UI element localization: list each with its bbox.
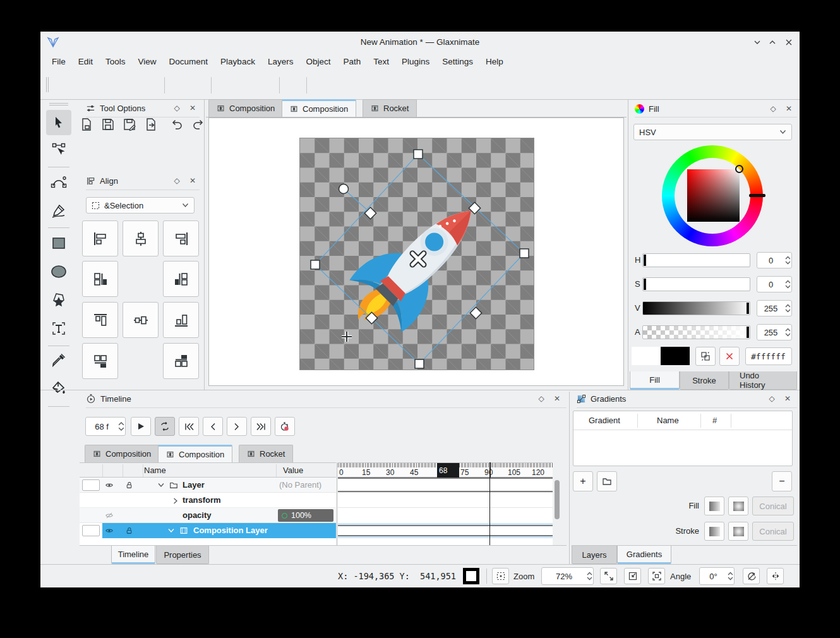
- primary-color-swatch[interactable]: [632, 347, 661, 365]
- fill-radial-gradient-button[interactable]: [728, 497, 748, 515]
- remove-gradient-button[interactable]: −: [772, 471, 792, 491]
- align-left-outside-button[interactable]: [82, 261, 118, 297]
- draw-tool[interactable]: [46, 198, 71, 224]
- menu-text[interactable]: Text: [367, 53, 395, 69]
- float-panel-icon[interactable]: ◇: [767, 103, 779, 114]
- ellipse-tool[interactable]: [46, 259, 71, 284]
- menu-path[interactable]: Path: [337, 53, 367, 69]
- column-hash[interactable]: #: [712, 416, 717, 425]
- menu-help[interactable]: Help: [479, 53, 510, 69]
- text-tool[interactable]: [46, 316, 71, 341]
- keyframe-toggle-box[interactable]: [82, 525, 100, 536]
- close-panel-icon[interactable]: ✕: [551, 393, 563, 404]
- zoom-expand-button[interactable]: [600, 568, 617, 584]
- align-top-button[interactable]: [82, 302, 118, 338]
- menu-tools[interactable]: Tools: [99, 53, 132, 69]
- float-panel-icon[interactable]: ◇: [536, 393, 547, 404]
- column-value[interactable]: Value: [283, 466, 303, 475]
- float-panel-icon[interactable]: ◇: [171, 102, 183, 114]
- s-spinbox[interactable]: 0: [757, 276, 792, 292]
- next-frame-button[interactable]: [227, 417, 247, 436]
- reset-rotation-button[interactable]: [743, 568, 760, 584]
- timeline-tab-rocket[interactable]: Rocket: [239, 445, 293, 462]
- menu-file[interactable]: File: [45, 53, 72, 69]
- close-panel-icon[interactable]: ✕: [187, 102, 198, 114]
- swap-colors-button[interactable]: [695, 347, 716, 366]
- canvas-viewport[interactable]: [208, 117, 624, 386]
- close-panel-icon[interactable]: ✕: [783, 103, 795, 114]
- close-panel-icon[interactable]: ✕: [782, 393, 793, 404]
- fill-linear-gradient-button[interactable]: [704, 497, 724, 515]
- v-spinbox[interactable]: 255: [757, 300, 792, 316]
- play-button[interactable]: [131, 417, 151, 436]
- node-edit-tool[interactable]: [46, 137, 71, 162]
- column-name[interactable]: Name: [657, 416, 679, 425]
- gradient-presets-button[interactable]: [597, 471, 617, 491]
- align-target-select[interactable]: &Selection: [86, 197, 195, 214]
- flip-view-button[interactable]: [767, 568, 784, 584]
- selection-bounds-button[interactable]: [492, 568, 509, 584]
- tab-fill[interactable]: Fill: [630, 371, 680, 390]
- v-slider[interactable]: [642, 301, 750, 315]
- previous-frame-button[interactable]: [203, 417, 223, 436]
- layer-row[interactable]: Layer (No Parent): [80, 478, 336, 493]
- stroke-radial-gradient-button[interactable]: [728, 522, 748, 541]
- opacity-row[interactable]: opacity 100%: [80, 508, 336, 523]
- record-button[interactable]: [275, 417, 295, 436]
- timeline-tab-composition-1[interactable]: Composition: [85, 445, 159, 462]
- select-tool[interactable]: [46, 110, 71, 135]
- frame-spinbox[interactable]: 68 f: [85, 417, 126, 436]
- zoom-spinbox[interactable]: 72%: [541, 567, 594, 585]
- zoom-shrink-button[interactable]: [624, 568, 641, 584]
- align-bottom-outside-button[interactable]: [82, 343, 118, 379]
- opacity-value-chip[interactable]: 100%: [278, 509, 333, 522]
- canvas-tab-rocket[interactable]: Rocket: [363, 99, 417, 117]
- color-mode-select[interactable]: HSV: [633, 124, 792, 140]
- composition-layer-row[interactable]: Composition Layer: [80, 523, 336, 538]
- clear-color-button[interactable]: [719, 347, 740, 366]
- h-spinbox[interactable]: 0: [757, 252, 792, 268]
- menu-playback[interactable]: Playback: [214, 53, 261, 69]
- hue-marker[interactable]: [749, 194, 765, 197]
- lock-icon[interactable]: [125, 481, 133, 489]
- a-slider[interactable]: [642, 325, 750, 339]
- h-slider[interactable]: [642, 253, 750, 267]
- menu-object[interactable]: Object: [299, 53, 337, 69]
- bezier-tool[interactable]: [46, 170, 71, 195]
- composition-track-row[interactable]: [338, 523, 553, 538]
- keyframe-area[interactable]: [338, 478, 553, 545]
- fill-conical-gradient-button[interactable]: Conical: [752, 497, 794, 515]
- lock-icon[interactable]: [125, 526, 133, 534]
- menu-document[interactable]: Document: [163, 53, 215, 69]
- close-window-icon[interactable]: [784, 38, 793, 47]
- tab-gradients[interactable]: Gradients: [617, 546, 671, 564]
- timeline-tab-composition-2[interactable]: Composition: [158, 445, 232, 462]
- float-panel-icon[interactable]: ◇: [766, 393, 777, 404]
- minimize-icon[interactable]: [753, 39, 762, 46]
- keyframe-disabled-icon[interactable]: [105, 511, 114, 520]
- visible-icon[interactable]: [105, 481, 114, 490]
- a-spinbox[interactable]: 255: [757, 324, 792, 340]
- color-picker-tool[interactable]: [46, 347, 71, 373]
- add-gradient-button[interactable]: +: [573, 471, 593, 491]
- close-panel-icon[interactable]: ✕: [187, 175, 198, 186]
- menu-edit[interactable]: Edit: [72, 53, 99, 69]
- s-slider[interactable]: [642, 277, 750, 291]
- tab-timeline[interactable]: Timeline: [111, 546, 155, 564]
- gradients-table[interactable]: Gradient Name #: [573, 411, 793, 466]
- secondary-color-swatch[interactable]: [661, 347, 690, 365]
- composition-track-bar[interactable]: [338, 525, 553, 536]
- go-to-end-button[interactable]: [251, 417, 271, 436]
- sv-marker[interactable]: [735, 165, 743, 173]
- stroke-conical-gradient-button[interactable]: Conical: [752, 522, 794, 541]
- hex-field[interactable]: #ffffff: [745, 347, 792, 365]
- tab-undo-history[interactable]: Undo History: [729, 371, 797, 390]
- align-right-button[interactable]: [163, 220, 199, 256]
- opacity-name[interactable]: opacity: [183, 510, 212, 520]
- align-right-outside-button[interactable]: [163, 261, 199, 297]
- canvas-artboard[interactable]: [299, 138, 534, 370]
- go-to-start-button[interactable]: [179, 417, 199, 436]
- playhead[interactable]: [489, 478, 490, 545]
- menu-settings[interactable]: Settings: [436, 53, 479, 69]
- canvas-tab-composition-1[interactable]: Composition: [208, 99, 283, 117]
